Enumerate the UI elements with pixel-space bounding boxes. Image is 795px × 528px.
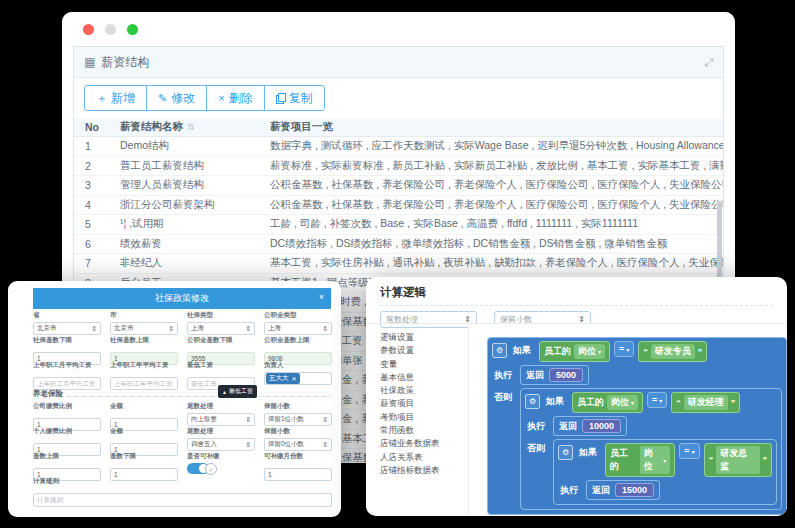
operator-block[interactable]: =▾ [647, 392, 667, 408]
table-row[interactable]: 6 绩效薪资 DC绩效指标 , DS绩效指标 , 微单绩效指标 , DC销售金额… [74, 235, 723, 255]
add-button[interactable]: ＋ 新增 [84, 85, 147, 111]
logic-category-item[interactable]: 变量 [380, 358, 468, 371]
number-block[interactable]: 15000 [615, 483, 654, 497]
logic-category-item[interactable]: 店铺业务数据表 [380, 437, 468, 450]
zoom-window-button[interactable] [127, 24, 138, 35]
ss-type-select[interactable]: 上海⇕ [187, 322, 255, 335]
p-decimal-select[interactable]: 保留0位小数⇕ [264, 438, 332, 451]
logic-category-item[interactable]: 人店关系表 [380, 451, 468, 464]
co-amount-label: 金额 [110, 402, 178, 411]
table-row[interactable]: 1 Demo结构 数据字典 , 测试循环 , 应工作天数测试 , 实际Wage … [74, 137, 723, 157]
logic-category-item[interactable]: 常用函数 [380, 424, 468, 437]
minimize-window-button[interactable] [105, 24, 116, 35]
string-block[interactable]: “ 研发专员 ” [638, 341, 707, 362]
sort-icon[interactable]: ⇅ [187, 122, 195, 132]
table-row[interactable]: 5 ¹¦ ,试用期 工龄 , 司龄 , 补签次数 , Base , 实际Base… [74, 215, 723, 235]
column-items: 薪资项目一览 [270, 120, 723, 134]
string-block[interactable]: “ 研发总监 ” [704, 443, 772, 477]
string-block[interactable]: “ 研发经理 ” [671, 392, 740, 413]
edit-button[interactable]: ✎ 修改 [146, 85, 207, 111]
fund-lower-label: 公积金基数下限 [187, 336, 255, 345]
window-titlebar [62, 12, 735, 46]
remove-tag-icon[interactable]: ✕ [292, 375, 297, 382]
logic-category-item[interactable]: 逻辑设置 [380, 331, 468, 344]
blockly-canvas[interactable]: ⚙ 如果 员工的 岗位▾ =▾ “ 研发专 [469, 324, 787, 516]
toolbar: ＋ 新增 ✎ 修改 × 删除 复制 [74, 78, 723, 118]
p-round-label: 尾数处理 [187, 427, 255, 436]
if-block-1[interactable]: ⚙ 如果 员工的 岗位▾ =▾ “ 研发专 [487, 337, 787, 515]
city-label: 市 [110, 311, 178, 320]
province-select[interactable]: 北京市⇕ [33, 322, 101, 335]
employee-field-block[interactable]: 员工的 岗位▾ [572, 392, 643, 413]
panel-header: ▦ 薪资结构 ⤢ [74, 47, 723, 78]
return-block[interactable]: 返回 5000 [520, 365, 589, 385]
p-ratio-label: 个人缴费比例 [33, 427, 101, 436]
copy-button[interactable]: 复制 [264, 85, 325, 111]
table-row[interactable]: 4 浙江分公司薪资架构 公积金基数 , 社保基数 , 养老保险公司 , 养老保险… [74, 196, 723, 216]
city-select[interactable]: 北京市⇕ [110, 322, 178, 335]
modal-title: 社保政策修改 [155, 292, 209, 305]
chevron-down-icon: ▾ [598, 348, 601, 355]
rule-label: 计算规则 [33, 477, 332, 486]
ss-type-label: 社保类型 [187, 311, 255, 320]
copy-icon [276, 93, 285, 103]
column-name[interactable]: 薪资结构名称 ⇅ [120, 120, 270, 134]
operator-block[interactable]: =▾ [679, 443, 699, 459]
plus-icon: ＋ [96, 91, 107, 106]
co-round-select[interactable]: 向上取整⇕ [187, 413, 255, 426]
close-icon[interactable]: × [319, 292, 324, 302]
employee-field-block[interactable]: 员工的 岗位▾ [539, 341, 610, 362]
close-window-button[interactable] [83, 24, 94, 35]
calc-logic-title: 计算逻辑 [380, 285, 773, 306]
number-block[interactable]: 10000 [582, 419, 621, 433]
base-lower-label: 基数下限 [110, 452, 178, 461]
logic-category-item[interactable]: 考勤项目 [380, 411, 468, 424]
table-row[interactable]: 3 管理人员薪资结构 公积金基数 , 社保基数 , 养老保险公司 , 养老保险个… [74, 176, 723, 196]
table-row[interactable]: 7 非经纪人 基本工资 , 实际住房补贴 , 通讯补贴 , 夜班补贴 , 缺勤扣… [74, 254, 723, 274]
logic-category-item[interactable]: 社保政策 [380, 384, 468, 397]
fund-type-select[interactable]: 上海⇕ [264, 322, 332, 335]
year-avg-label: 上年职工年平均工资 [110, 361, 178, 370]
p-round-select[interactable]: 四舍五入⇕ [187, 438, 255, 451]
if-block-2[interactable]: ⚙ 如果 员工的 岗位▾ =▾ [520, 388, 782, 510]
field-dropdown[interactable]: 岗位▾ [607, 395, 638, 410]
gear-icon[interactable]: ⚙ [492, 343, 507, 358]
co-decimal-label: 保留小数 [264, 402, 332, 411]
return-block[interactable]: 返回 10000 [553, 416, 627, 436]
makeup-months-label: 可补缴月份数 [264, 452, 332, 461]
owner-tag[interactable]: 五大大 ✕ [266, 373, 300, 384]
gear-icon[interactable]: ⚙ [558, 445, 573, 460]
logic-category-item[interactable]: 薪资项目 [380, 397, 468, 410]
field-dropdown[interactable]: 岗位▾ [640, 446, 671, 474]
logic-category-item[interactable]: 参数设置 [380, 344, 468, 357]
owner-label: 负责人 [264, 361, 332, 370]
tooltip-icon: ▲ [222, 389, 227, 395]
pension-section-title: 养老保险 [33, 389, 332, 399]
makeup-toggle[interactable]: ✓ [187, 463, 209, 474]
fund-upper-label: 公积金基数上限 [264, 336, 332, 345]
co-round-label: 尾数处理 [187, 402, 255, 411]
if-block-3[interactable]: ⚙ 如果 员工的 岗位▾ [553, 439, 777, 505]
table-row[interactable]: 2 普工员工薪资结构 薪资标准 , 实际薪资标准 , 新员工补贴 , 实际新员工… [74, 157, 723, 177]
fund-type-label: 公积金类型 [264, 311, 332, 320]
rule-input[interactable] [33, 493, 332, 507]
social-policy-modal: 社保政策修改 × 省 北京市⇕ 市 北京市⇕ 社保类型 上海⇕ 公积金类型 上海… [8, 281, 341, 517]
co-decimal-select[interactable]: 保留1位小数⇕ [264, 413, 332, 426]
gear-icon[interactable]: ⚙ [525, 394, 540, 409]
field-dropdown[interactable]: 岗位▾ [574, 344, 605, 359]
month-avg-label: 上年职工月平均工资 [33, 361, 101, 370]
min-wage-label: 最低工资 [187, 361, 255, 370]
expand-icon[interactable]: ⤢ [704, 56, 713, 69]
employee-field-block[interactable]: 员工的 岗位▾ [605, 443, 675, 477]
owner-field[interactable]: 五大大 ✕ [264, 372, 332, 385]
select-arrows-icon: ⇕ [91, 325, 97, 333]
logic-category-item[interactable]: 店铺指标数据表 [380, 464, 468, 477]
number-block[interactable]: 5000 [549, 368, 583, 382]
table-header: No 薪资结构名称 ⇅ 薪资项目一览 [74, 118, 723, 137]
makeup-label: 是否可补缴 [187, 452, 255, 461]
delete-button[interactable]: × 删除 [206, 85, 264, 111]
operator-block[interactable]: =▾ [614, 341, 634, 357]
return-block[interactable]: 返回 15000 [586, 480, 660, 500]
logic-category-item[interactable]: 基本信息 [380, 371, 468, 384]
base-upper-label: 基数上限 [33, 452, 101, 461]
